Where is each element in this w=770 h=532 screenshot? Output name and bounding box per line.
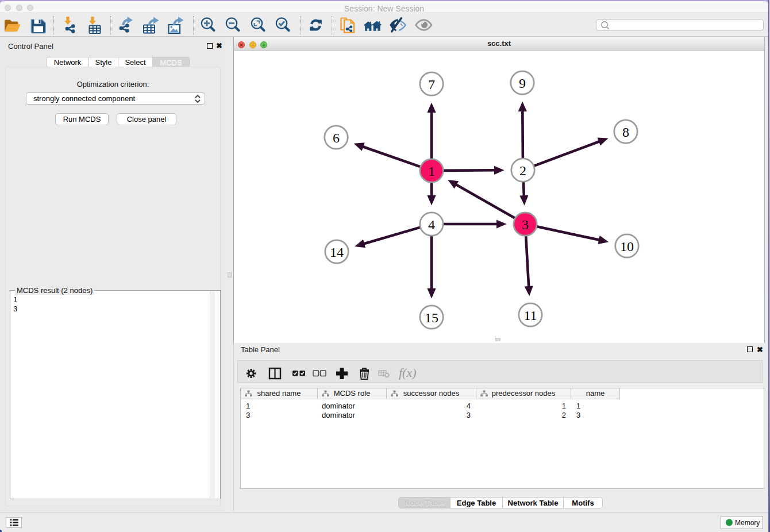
svg-text:6: 6 bbox=[333, 130, 340, 145]
svg-text:11: 11 bbox=[523, 308, 537, 323]
svg-text:15: 15 bbox=[425, 310, 438, 325]
svg-text:7: 7 bbox=[428, 77, 435, 92]
svg-text:3: 3 bbox=[522, 217, 529, 232]
svg-text:Memory: Memory bbox=[735, 519, 760, 527]
svg-text:8: 8 bbox=[622, 125, 629, 140]
svg-text:9: 9 bbox=[519, 76, 526, 91]
svg-text:10: 10 bbox=[620, 239, 634, 254]
svg-text:2: 2 bbox=[519, 163, 526, 178]
svg-text:1: 1 bbox=[428, 164, 435, 179]
svg-text:f(x): f(x) bbox=[399, 365, 417, 380]
svg-text:14: 14 bbox=[330, 245, 344, 260]
svg-text:4: 4 bbox=[428, 217, 435, 232]
